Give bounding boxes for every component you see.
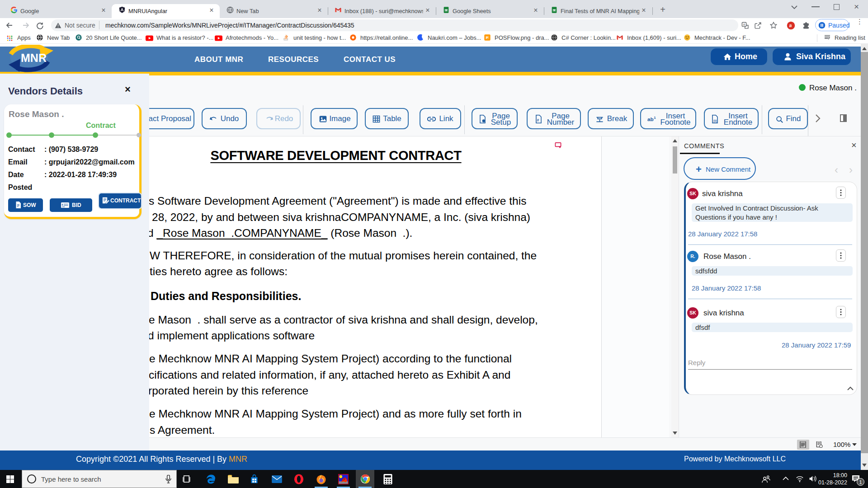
svg-text:P: P — [486, 36, 489, 40]
svg-text:MNR: MNR — [21, 52, 47, 64]
svg-text:B: B — [789, 23, 792, 28]
svg-text:A: A — [743, 23, 745, 27]
svg-text:$: $ — [62, 203, 63, 206]
